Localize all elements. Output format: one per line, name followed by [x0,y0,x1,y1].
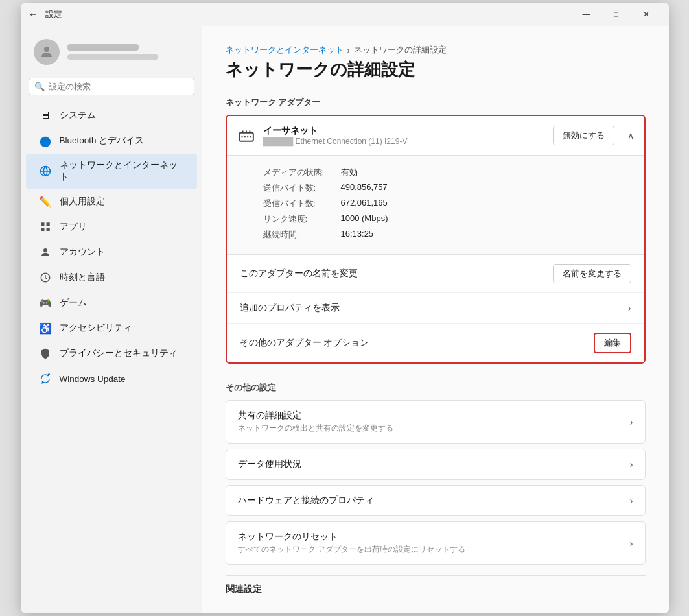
breadcrumb: ネットワークとインターネット › ネットワークの詳細設定 [226,44,646,56]
svg-rect-3 [46,222,49,226]
detail-label: メディアの状態: [263,167,341,178]
collapse-chevron[interactable]: ∧ [627,130,634,141]
user-name-placeholder [67,44,139,51]
svg-rect-2 [41,222,44,226]
bluetooth-icon: ⬤ [39,134,52,147]
other-settings-section: その他の設定 共有の詳細設定 ネットワークの検出と共有の設定を変更する › デー… [226,382,646,565]
detail-value: 490,856,757 [341,182,388,194]
options-row: その他のアダプター オプション 編集 [227,324,644,362]
titlebar-title: 設定 [45,8,572,20]
sidebar-item-accounts[interactable]: アカウント [26,240,197,265]
ethernet-icon [237,126,255,145]
sharing-content: 共有の詳細設定 ネットワークの検出と共有の設定を変更する [238,410,630,434]
gaming-icon: 🎮 [39,296,52,309]
disable-button[interactable]: 無効にする [553,126,614,145]
svg-rect-4 [41,228,44,231]
data-usage-chevron: › [630,459,633,469]
reset-card[interactable]: ネットワークのリセット すべてのネットワーク アダプターを出荷時の設定にリセット… [226,521,646,565]
user-email-placeholder [67,54,158,60]
options-button[interactable]: 編集 [594,333,631,353]
sidebar-item-accessibility[interactable]: ♿ アクセシビリティ [26,316,197,340]
options-label: その他のアダプター オプション [240,337,594,349]
page-title: ネットワークの詳細設定 [226,58,646,81]
search-icon: 🔍 [34,82,45,91]
windows-update-icon [39,372,52,385]
hardware-card[interactable]: ハードウェアと接続のプロパティ › [226,485,646,516]
svg-rect-8 [239,133,253,141]
privacy-icon [39,347,52,360]
sidebar-item-label: アカウント [60,246,105,258]
sidebar-item-apps[interactable]: アプリ [26,215,197,239]
search-box[interactable]: 🔍 [29,78,194,95]
back-button[interactable]: ← [29,8,39,20]
data-usage-card[interactable]: データ使用状況 › [226,449,646,480]
sidebar: 🔍 🖥 システム ⬤ Bluetooth とデバイス ネットワークとインターネッ… [21,26,202,613]
user-section [21,31,202,78]
sidebar-item-bluetooth[interactable]: ⬤ Bluetooth とデバイス [26,128,197,153]
related-label: 関連設定 [226,584,262,594]
detail-row-received: 受信バイト数: 672,061,165 [263,196,631,211]
rename-button[interactable]: 名前を変更する [553,264,631,283]
apps-icon [39,220,52,233]
sidebar-item-time[interactable]: 時刻と言語 [26,265,197,290]
related-section: 関連設定 [226,575,646,595]
accounts-icon [39,246,52,259]
sidebar-item-personalization[interactable]: ✏️ 個人用設定 [26,189,197,214]
sidebar-item-system[interactable]: 🖥 システム [26,103,197,128]
user-info [67,44,189,60]
sidebar-item-label: 時刻と言語 [60,272,105,283]
detail-label: 受信バイト数: [263,198,341,209]
sharing-sub: ネットワークの検出と共有の設定を変更する [238,423,630,434]
window-controls: — □ ✕ [572,4,661,25]
properties-label: 追加のプロパティを表示 [240,302,628,314]
main-content: 🔍 🖥 システム ⬤ Bluetooth とデバイス ネットワークとインターネッ… [21,26,669,613]
detail-label: 継続時間: [263,229,341,241]
svg-rect-5 [46,228,49,231]
time-icon [39,271,52,284]
data-usage-content: データ使用状況 [238,458,630,470]
sidebar-item-network[interactable]: ネットワークとインターネット [26,154,197,189]
sidebar-item-windows-update[interactable]: Windows Update [26,366,197,391]
breadcrumb-separator: › [347,45,350,55]
adapter-card: イーサネット ██████ Ethernet Connection (11) I… [226,115,646,364]
adapter-header: イーサネット ██████ Ethernet Connection (11) I… [227,116,644,155]
sidebar-item-label: アクセシビリティ [60,322,132,334]
hardware-chevron: › [630,495,633,506]
detail-row-sent: 送信バイト数: 490,856,757 [263,180,631,196]
adapter-name: イーサネット ██████ Ethernet Connection (11) I… [263,125,545,146]
reset-content: ネットワークのリセット すべてのネットワーク アダプターを出荷時の設定にリセット… [238,531,630,555]
properties-row[interactable]: 追加のプロパティを表示 › [227,293,644,324]
detail-label: 送信バイト数: [263,182,341,194]
sharing-card[interactable]: 共有の詳細設定 ネットワークの検出と共有の設定を変更する › [226,400,646,444]
detail-row-media: メディアの状態: 有効 [263,165,631,180]
search-input[interactable] [49,82,189,91]
personalization-icon: ✏️ [39,195,52,208]
breadcrumb-parent[interactable]: ネットワークとインターネット [226,44,344,56]
sharing-chevron: › [630,417,633,427]
detail-label: リンク速度: [263,213,341,225]
adapter-actions: このアダプターの名前を変更 名前を変更する 追加のプロパティを表示 › その他の… [227,254,644,362]
sidebar-item-label: アプリ [60,221,87,233]
sharing-title: 共有の詳細設定 [238,410,630,421]
detail-row-duration: 継続時間: 16:13:25 [263,227,631,243]
sidebar-item-privacy[interactable]: プライバシーとセキュリティ [26,341,197,366]
hardware-content: ハードウェアと接続のプロパティ [238,495,630,506]
sidebar-item-label: ネットワークとインターネット [60,160,184,183]
titlebar: ← 設定 — □ ✕ [21,3,669,26]
sidebar-item-label: システム [60,110,96,121]
adapter-details: メディアの状態: 有効 送信バイト数: 490,856,757 受信バイト数: … [227,155,644,254]
maximize-button[interactable]: □ [601,4,631,25]
detail-value: 672,061,165 [341,198,388,209]
minimize-button[interactable]: — [572,4,601,25]
sidebar-item-gaming[interactable]: 🎮 ゲーム [26,290,197,315]
adapter-section-label: ネットワーク アダプター [226,97,646,108]
reset-chevron: › [630,538,633,549]
network-icon [39,165,52,178]
detail-value: 16:13:25 [341,229,374,241]
avatar [34,39,60,65]
detail-value: 有効 [341,167,358,178]
close-button[interactable]: ✕ [631,4,661,25]
properties-chevron: › [628,303,631,313]
settings-window: ← 設定 — □ ✕ 🔍 � [21,3,669,613]
breadcrumb-current: ネットワークの詳細設定 [354,44,447,56]
